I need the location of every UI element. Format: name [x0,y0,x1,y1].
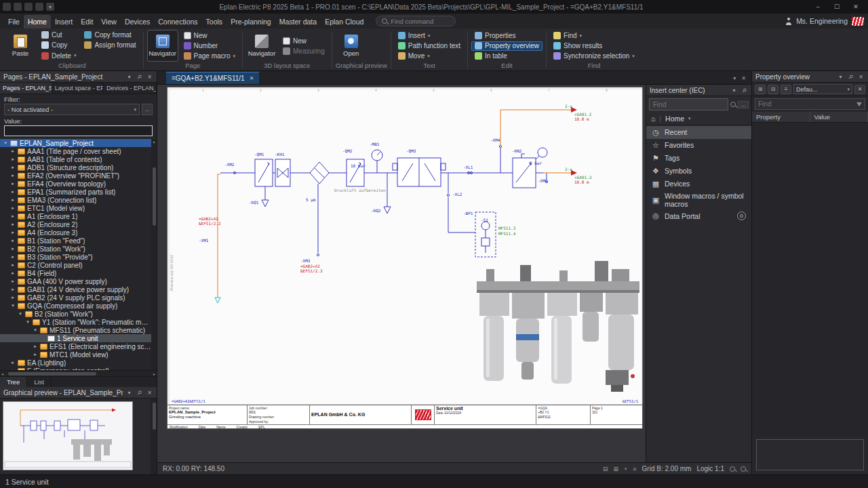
ribbon-tab[interactable]: Insert [51,15,77,28]
redo-icon[interactable] [35,3,43,11]
3d-new-button[interactable]: New [279,36,328,45]
page-new-button[interactable]: New [180,31,239,41]
tree-item[interactable]: MFS11 (Pneumatics schematic) [0,326,151,334]
page-navigator-button[interactable]: Navigator [147,30,178,62]
ribbon-tab[interactable]: Tools [202,15,227,28]
layers-icon[interactable]: ≡ [633,466,636,472]
tree-item[interactable]: GAB1 (24 V device power supply) [0,285,151,293]
tree-expand-icon[interactable] [10,197,16,203]
copy-format-button[interactable]: Copy format [81,30,139,39]
tab-bar-close-icon[interactable]: ✕ [741,75,746,81]
property-grid-body[interactable] [752,123,868,436]
home-icon[interactable]: ⌂ [651,115,655,123]
synchronize-selection-button[interactable]: Synchronize selection▾ [550,52,638,61]
text-insert-button[interactable]: Insert▾ [395,31,464,41]
tree-item[interactable]: C2 (Control panel) [0,261,151,269]
tree-item[interactable]: A2 (Enclosure 2) [0,220,151,228]
delete-button[interactable]: Delete▾ [38,51,79,60]
maximize-button[interactable]: ☐ [827,0,846,14]
tree-expand-icon[interactable] [10,360,16,365]
preview-scrollbar[interactable] [151,399,157,474]
open-preview-button[interactable]: Open [336,30,367,62]
pin-icon[interactable]: ⚲ [846,72,855,81]
zoom-select-icon[interactable] [741,466,746,472]
tree-expand-icon[interactable] [10,189,16,195]
tree-expand-icon[interactable] [10,270,16,276]
tab-list-icon[interactable]: ▾ [733,75,736,81]
panel-menu-icon[interactable]: ▾ [730,87,738,94]
tree-item[interactable]: EPLAN_Sample_Project [0,139,151,147]
filter-dropdown[interactable]: - Not activated - ▾ [4,104,140,115]
tree-expand-icon[interactable] [10,181,16,186]
scrollbar-thumb[interactable] [153,403,156,430]
tree-item[interactable]: ETC1 (Model view) [0,204,151,212]
ribbon-tab[interactable]: Devices [121,15,154,28]
undo-icon[interactable] [24,3,33,11]
page-macro-button[interactable]: Page macro▾ [180,52,239,61]
tree-expand-icon[interactable] [10,295,16,300]
minimize-button[interactable]: – [808,0,827,14]
ribbon-tab[interactable]: Connections [154,15,201,28]
tree-item[interactable]: EFA2 (Overview "PROFINET") [0,171,151,180]
paste-button[interactable]: Paste [5,30,36,62]
pin-icon[interactable]: ⚲ [134,72,144,81]
panel-menu-icon[interactable]: ▾ [125,74,133,80]
scrollbar-thumb[interactable] [8,372,96,375]
tree-horizontal-scrollbar[interactable]: ◂ ▸ [0,370,157,376]
tree-expand-icon[interactable] [33,327,38,333]
document-tab[interactable]: =GQA+B2.Y1&MFS11/1 ✕ [166,72,259,84]
tree-expand-icon[interactable] [33,352,38,357]
collapse-all-icon[interactable]: ⊟ [768,85,778,94]
tree-item[interactable]: ADB1 (Structure description) [0,163,151,171]
tree-item[interactable]: GQA (Compressed air supply) [0,302,151,310]
insert-center-item[interactable]: Tags [646,152,751,165]
panel-menu-icon[interactable]: ▾ [837,74,844,80]
3d-navigator-button[interactable]: Navigator [246,30,277,62]
tree-expand-icon[interactable] [25,319,31,325]
tree-expand-icon[interactable] [10,246,16,251]
scroll-left-icon[interactable]: ◂ [1,371,3,376]
column-header[interactable]: Property [752,112,810,122]
properties-button[interactable]: Properties [471,31,542,41]
insert-center-search-input[interactable] [649,98,728,110]
tree-expand-icon[interactable] [10,205,16,211]
page-number-button[interactable]: Number [180,41,239,51]
tree-item[interactable]: GAB2 (24 V supply PLC signals) [0,293,151,302]
tree-item[interactable]: AAB1 (Table of contents) [0,155,151,163]
list-view-icon[interactable]: ≡ [781,85,791,94]
move-text-button[interactable]: Move▾ [395,52,464,61]
tree-expand-icon[interactable] [10,157,16,162]
tree-item[interactable]: EA (Lighting) [0,359,151,367]
tree-item[interactable]: A4 (Enclosure 3) [0,228,151,237]
crosshair-icon[interactable]: + [624,466,627,472]
close-panel-icon[interactable]: ✕ [857,74,865,80]
ribbon-tab[interactable]: File [4,15,24,28]
ribbon-tab[interactable]: View [97,15,121,28]
tree-item[interactable]: A1 (Enclosure 1) [0,212,151,220]
navigator-tab[interactable]: Pages - EPLAN_Sa... [0,83,52,94]
ribbon-tab[interactable]: Master data [275,15,321,28]
schematic-page[interactable]: 12345678 [167,87,643,429]
tree-item[interactable]: B1 (Station "Feed") [0,237,151,245]
pin-icon[interactable]: ⚲ [739,85,749,95]
tree-expand-icon[interactable] [10,262,16,268]
tree-expand-icon[interactable] [10,287,16,292]
property-overview-button[interactable]: Property overview [471,41,542,51]
tree-item[interactable]: EPA1 (Summarized parts list) [0,188,151,196]
insert-center-item[interactable]: Data Portal 0 [646,209,751,222]
tree-expand-icon[interactable] [10,238,16,243]
expand-all-icon[interactable]: ⊞ [755,85,766,94]
ribbon-tab[interactable]: Home [24,15,51,28]
assign-format-button[interactable]: Assign format [81,41,139,50]
tree-item[interactable]: B3 (Station "Provide") [0,253,151,261]
grid-icon[interactable]: ⊞ [614,466,619,472]
in-table-button[interactable]: In table [471,52,542,61]
user-name[interactable]: Ms. Engineering [796,17,848,25]
tree-vertical-scrollbar[interactable]: ▴ [151,139,157,370]
tree-expand-icon[interactable] [3,140,8,146]
tree-item[interactable]: GAA (400 V power supply) [0,277,151,285]
zoom-in-icon[interactable] [730,466,735,472]
tree-item[interactable]: B2 (Station "Work") [0,310,151,318]
graphical-preview[interactable] [0,399,157,474]
tree-expand-icon[interactable] [18,311,23,317]
